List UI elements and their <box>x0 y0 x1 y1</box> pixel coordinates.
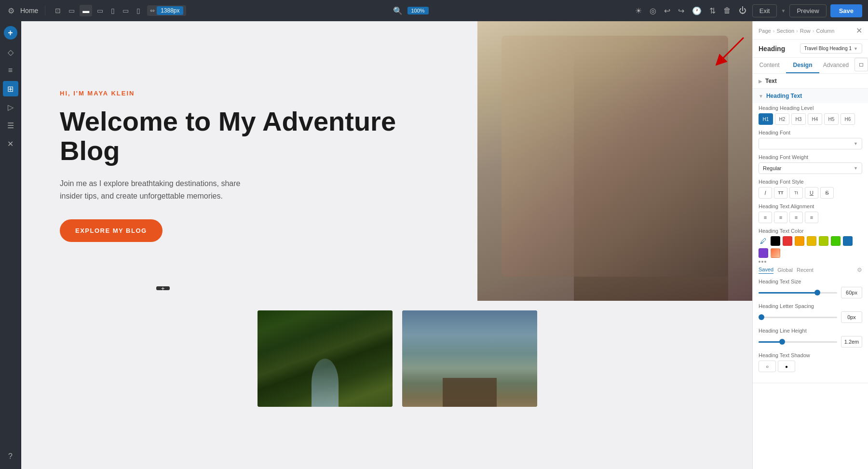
color-yellow[interactable] <box>807 236 816 246</box>
text-section-title: Text <box>765 78 777 84</box>
color-red[interactable] <box>783 236 792 246</box>
desktop-large-icon[interactable]: ⊡ <box>52 5 64 16</box>
compare-icon[interactable]: ⇅ <box>707 4 718 17</box>
color-gear-icon[interactable]: ⚙ <box>857 267 862 273</box>
heading-text-chevron-icon: ▼ <box>759 94 763 99</box>
heading-letter-spacing-thumb[interactable] <box>759 314 764 320</box>
color-blue[interactable] <box>843 236 853 246</box>
breadcrumb-section: Section <box>776 28 794 34</box>
color-purple[interactable] <box>759 248 768 258</box>
color-tab-saved[interactable]: Saved <box>759 266 773 274</box>
heading-text-size-row: Heading Text Size 60px <box>759 279 862 298</box>
breadcrumb-arrow-2: › <box>796 28 798 34</box>
tablet-portrait-icon[interactable]: ▯ <box>108 5 118 16</box>
align-left-button[interactable]: ≡ <box>759 212 772 223</box>
media-button[interactable]: ▷ <box>3 99 18 115</box>
heading-text-section: ▼ Heading Text Heading Heading Level H1 … <box>753 89 868 383</box>
save-button[interactable]: Save <box>830 4 862 17</box>
strikethrough-button[interactable]: S <box>820 187 834 199</box>
eyedropper-icon[interactable]: 🖊 <box>759 236 768 246</box>
color-orange[interactable] <box>795 236 804 246</box>
text-section-header[interactable]: ▶ Text <box>753 74 868 88</box>
exit-button[interactable]: Exit <box>752 4 777 17</box>
color-black[interactable] <box>771 236 780 246</box>
color-green[interactable] <box>831 236 841 246</box>
layers-button[interactable]: ≡ <box>3 63 18 78</box>
capitalize-button[interactable]: Tt <box>789 187 803 199</box>
italic-button[interactable]: I <box>759 187 772 199</box>
heading-line-height-track[interactable] <box>759 341 837 343</box>
heading-letter-spacing-value[interactable]: 0px <box>841 311 862 323</box>
preview-button[interactable]: Preview <box>789 4 826 17</box>
laptop-icon[interactable]: ▬ <box>80 5 92 16</box>
add-row-button[interactable]: + <box>156 286 170 290</box>
align-right-button[interactable]: ≡ <box>789 212 803 223</box>
h4-button[interactable]: H4 <box>808 113 822 125</box>
elements-button[interactable]: ⊞ <box>3 81 18 96</box>
heading-font-label: Heading Font <box>759 130 862 135</box>
shapes-button[interactable]: ◇ <box>3 44 18 60</box>
lake-dock-image <box>402 310 537 407</box>
h5-button[interactable]: H5 <box>824 113 839 125</box>
h6-button[interactable]: H6 <box>841 113 855 125</box>
settings-icon[interactable]: ⚙ <box>6 4 16 17</box>
heading-letter-spacing-track[interactable] <box>759 317 837 318</box>
tab-advanced[interactable]: Advanced <box>819 58 853 73</box>
explore-blog-button[interactable]: EXPLORE MY BLOG <box>60 219 163 242</box>
sun-icon[interactable]: ☀ <box>633 4 644 17</box>
heading-letter-spacing-label: Heading Letter Spacing <box>759 303 862 309</box>
hero-title[interactable]: Welcome to My Adventure Blog <box>60 107 453 166</box>
mobile-landscape-icon[interactable]: ▭ <box>120 5 132 16</box>
underline-button[interactable]: U <box>805 187 818 199</box>
redo-icon[interactable]: ↪ <box>676 4 686 17</box>
heading-line-height-thumb[interactable] <box>779 339 785 345</box>
heading-text-color-row: Heading Text Color 🖊 <box>759 228 862 274</box>
tab-content[interactable]: Content <box>753 58 786 73</box>
color-tab-recent[interactable]: Recent <box>797 266 814 274</box>
panel-preset-dropdown[interactable]: Travel Blog Heading 1 ▼ <box>800 43 863 54</box>
power-icon[interactable]: ⏻ <box>737 4 748 17</box>
search-icon[interactable]: 🔍 <box>391 4 405 17</box>
desktop-icon[interactable]: ▭ <box>66 5 78 16</box>
exit-dropdown-arrow[interactable]: ▼ <box>781 8 786 13</box>
tab-design[interactable]: Design <box>786 58 819 73</box>
align-center-button[interactable]: ≡ <box>774 212 787 223</box>
topbar-right: ☀ ◎ ↩ ↪ 🕐 ⇅ 🗑 ⏻ Exit ▼ Preview Save <box>633 4 862 17</box>
heading-font-dropdown[interactable]: ▼ <box>759 138 862 149</box>
heading-line-height-value[interactable]: 1.2em <box>841 336 862 348</box>
shadow-toggle-off[interactable]: ○ <box>759 361 776 372</box>
hero-subtitle[interactable]: Join me as I explore breathtaking destin… <box>60 177 262 202</box>
canvas-area[interactable]: HI, I'M MAYA KLEIN Welcome to My Adventu… <box>21 21 752 469</box>
align-justify-button[interactable]: ≡ <box>805 212 818 223</box>
widgets-button[interactable]: ☰ <box>3 118 18 133</box>
device-icons: ⊡ ▭ ▬ ▭ ▯ ▭ ▯ <box>52 5 143 16</box>
color-tab-global[interactable]: Global <box>777 266 793 274</box>
heading-font-weight-dropdown[interactable]: Regular ▼ <box>759 162 862 174</box>
heading-font-weight-row: Heading Font Weight Regular ▼ <box>759 154 862 174</box>
uppercase-button[interactable]: TT <box>774 187 787 199</box>
panel-close-button[interactable]: ✕ <box>856 26 862 35</box>
mobile-portrait-icon[interactable]: ▯ <box>134 5 143 16</box>
history-icon[interactable]: 🕐 <box>690 4 704 17</box>
h1-button[interactable]: H1 <box>759 113 773 125</box>
h3-button[interactable]: H3 <box>791 113 806 125</box>
width-input[interactable]: 1388px <box>157 6 183 15</box>
shadow-toggle-on[interactable]: ● <box>778 361 795 372</box>
color-gradient[interactable] <box>771 248 780 258</box>
heading-text-section-header[interactable]: ▼ Heading Text <box>753 89 868 103</box>
add-element-button[interactable]: + <box>4 26 17 40</box>
undo-icon[interactable]: ↩ <box>662 4 672 17</box>
heading-text-size-value[interactable]: 60px <box>841 287 862 298</box>
panel-tab-icon[interactable]: □ <box>854 58 868 71</box>
heading-text-size-track[interactable] <box>759 292 837 294</box>
help-button[interactable]: ? <box>3 449 18 464</box>
tools-button[interactable]: ✕ <box>3 136 18 151</box>
panel-title-row: Heading Travel Blog Heading 1 ▼ <box>753 40 868 58</box>
breadcrumb: Page › Section › Row › Column <box>759 28 834 34</box>
heading-text-size-thumb[interactable] <box>814 290 820 295</box>
trash-icon[interactable]: 🗑 <box>721 4 733 17</box>
moon-icon[interactable]: ◎ <box>648 4 658 17</box>
color-lime[interactable] <box>819 236 828 246</box>
h2-button[interactable]: H2 <box>775 113 789 125</box>
tablet-landscape-icon[interactable]: ▭ <box>94 5 106 16</box>
